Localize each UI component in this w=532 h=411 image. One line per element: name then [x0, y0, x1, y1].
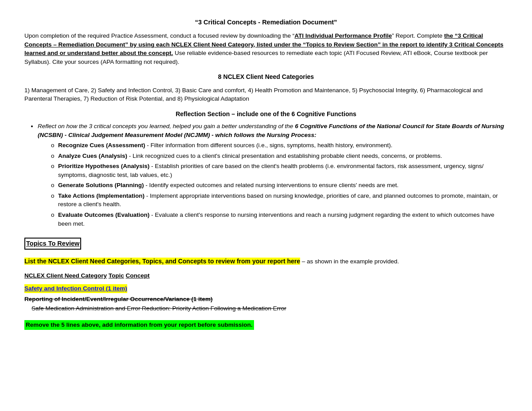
- list-item: Generate Solutions (Planning) - Identify…: [51, 181, 508, 190]
- intro-paragraph: Upon completion of the required Practice…: [24, 31, 508, 66]
- yellow-highlight-line: List the NCLEX Client Need Categories, T…: [24, 258, 300, 265]
- nclex-header-concept: Concept: [126, 272, 150, 279]
- yellow-highlight-block: List the NCLEX Client Need Categories, T…: [24, 257, 508, 266]
- reflection-heading: Reflection Section – include one of the …: [24, 110, 508, 118]
- reporting-line: Reporting of Incident/Event/Irregular Oc…: [24, 296, 213, 302]
- remove-note: Remove the 5 lines above, add informatio…: [24, 320, 254, 330]
- list-item: Prioritize Hypotheses (Analysis) - Estab…: [51, 162, 508, 179]
- reflection-bullet-item: Reflect on how the 3 critical concepts y…: [38, 122, 508, 228]
- yellow-line-suffix: – as shown in the example provided.: [300, 258, 399, 265]
- nclex-heading: 8 NCLEX Client Need Categories: [24, 72, 508, 81]
- main-title: “3 Critical Concepts - Remediation Docum…: [24, 18, 508, 27]
- document-container: “3 Critical Concepts - Remediation Docum…: [24, 18, 508, 330]
- list-item: Recognize Cues (Assessment) - Filter inf…: [51, 141, 508, 150]
- reporting-line-block: Reporting of Incident/Event/Irregular Oc…: [24, 295, 508, 304]
- topics-review-section: Topics To Review List the NCLEX Client N…: [24, 238, 508, 329]
- safe-med-line-block: Safe Medication Administration and Error…: [24, 304, 508, 313]
- topics-to-review-heading-block: Topics To Review: [24, 238, 508, 253]
- list-item: Evaluate Outcomes (Evaluation) - Evaluat…: [51, 211, 508, 228]
- cognitive-functions-list: Recognize Cues (Assessment) - Filter inf…: [38, 141, 508, 228]
- safety-infection-line: Safety and Infection Control (1 item): [24, 284, 127, 293]
- remove-note-block: Remove the 5 lines above, add informatio…: [24, 317, 508, 330]
- reflection-section: Reflection Section – include one of the …: [24, 110, 508, 228]
- safe-med-line-text: Safe Medication Administration and Error…: [31, 305, 286, 312]
- list-item: Analyze Cues (Analysis) - Link recognize…: [51, 152, 508, 160]
- nclex-header-category: NCLEX Client Need Category: [24, 272, 107, 279]
- categories-list: 1) Management of Care, 2) Safety and Inf…: [24, 86, 508, 103]
- reflection-bullet-list: Reflect on how the 3 critical concepts y…: [24, 122, 508, 228]
- nclex-category-header: NCLEX Client Need Category Topic Concept: [24, 271, 508, 280]
- nclex-header-topic: Topic: [109, 272, 124, 279]
- list-item: Take Actions (Implementation) - Implemen…: [51, 192, 508, 209]
- safety-infection-line-block: Safety and Infection Control (1 item): [24, 284, 508, 294]
- topics-to-review-heading: Topics To Review: [24, 238, 81, 250]
